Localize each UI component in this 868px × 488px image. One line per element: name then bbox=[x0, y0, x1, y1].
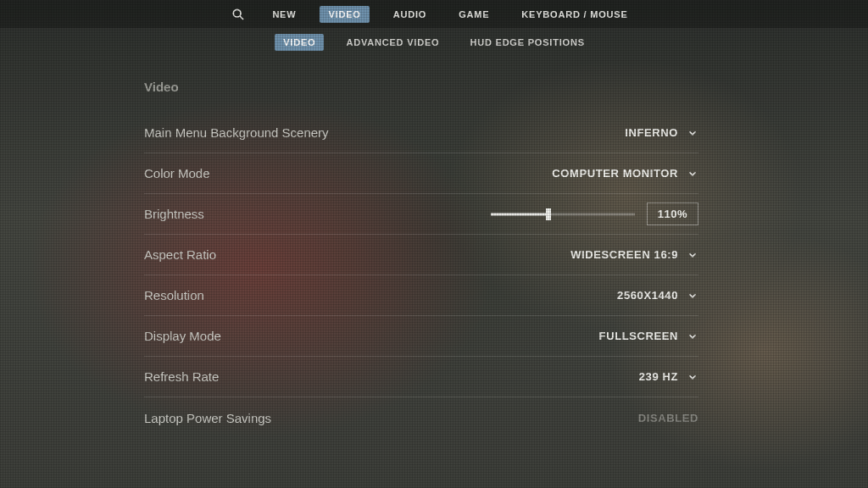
slider-thumb[interactable] bbox=[546, 208, 551, 220]
svg-point-0 bbox=[234, 9, 242, 17]
setting-row-aspect-ratio[interactable]: Aspect Ratio WIDESCREEN 16:9 bbox=[144, 235, 698, 275]
setting-row-brightness: Brightness 110% bbox=[144, 194, 698, 235]
subnav-item-advanced-video[interactable]: ADVANCED VIDEO bbox=[337, 34, 448, 51]
chevron-down-icon bbox=[687, 330, 698, 342]
setting-label: Aspect Ratio bbox=[144, 247, 216, 262]
brightness-value-box[interactable]: 110% bbox=[647, 202, 698, 225]
topnav-item-keyboard[interactable]: KEYBOARD / MOUSE bbox=[513, 6, 636, 23]
setting-row-display-mode[interactable]: Display Mode FULLSCREEN bbox=[144, 316, 698, 357]
setting-label: Laptop Power Savings bbox=[144, 411, 271, 425]
section-title: Video bbox=[144, 80, 698, 94]
slider-fill bbox=[491, 213, 548, 215]
topnav-item-audio[interactable]: AUDIO bbox=[385, 6, 435, 23]
setting-label: Refresh Rate bbox=[144, 369, 219, 384]
setting-row-refresh-rate[interactable]: Refresh Rate 239 HZ bbox=[144, 357, 698, 397]
setting-value: FULLSCREEN bbox=[599, 330, 678, 342]
setting-row-color-mode[interactable]: Color Mode COMPUTER MONITOR bbox=[144, 153, 698, 194]
setting-value: COMPUTER MONITOR bbox=[552, 167, 678, 180]
svg-line-1 bbox=[240, 16, 243, 19]
topnav-item-video[interactable]: VIDEO bbox=[320, 6, 369, 23]
setting-label: Resolution bbox=[144, 288, 204, 302]
search-icon[interactable] bbox=[231, 8, 245, 21]
video-settings-panel: Video Main Menu Background Scenery INFER… bbox=[144, 80, 698, 438]
subnav-item-hud-edge[interactable]: HUD EDGE POSITIONS bbox=[461, 34, 593, 51]
chevron-down-icon bbox=[687, 168, 698, 180]
top-nav: NEW VIDEO AUDIO GAME KEYBOARD / MOUSE bbox=[0, 0, 868, 29]
setting-row-main-menu-background[interactable]: Main Menu Background Scenery INFERNO bbox=[144, 113, 698, 153]
setting-value: WIDESCREEN 16:9 bbox=[570, 248, 678, 261]
setting-value: DISABLED bbox=[638, 412, 698, 424]
setting-label: Main Menu Background Scenery bbox=[144, 125, 329, 140]
chevron-down-icon bbox=[687, 249, 698, 261]
setting-label: Color Mode bbox=[144, 166, 210, 180]
setting-label: Display Mode bbox=[144, 329, 221, 343]
setting-value: 2560X1440 bbox=[617, 289, 678, 302]
setting-value: INFERNO bbox=[625, 126, 678, 139]
topnav-item-game[interactable]: GAME bbox=[450, 6, 498, 23]
chevron-down-icon bbox=[687, 290, 698, 302]
topnav-item-new[interactable]: NEW bbox=[264, 6, 304, 23]
sub-nav: VIDEO ADVANCED VIDEO HUD EDGE POSITIONS bbox=[0, 34, 868, 51]
chevron-down-icon bbox=[687, 371, 698, 383]
setting-label: Brightness bbox=[144, 207, 204, 221]
setting-row-resolution[interactable]: Resolution 2560X1440 bbox=[144, 275, 698, 316]
brightness-slider[interactable] bbox=[491, 208, 635, 221]
chevron-down-icon bbox=[687, 127, 698, 139]
setting-value: 239 HZ bbox=[639, 370, 678, 383]
subnav-item-video[interactable]: VIDEO bbox=[275, 34, 324, 51]
setting-row-laptop-power-savings: Laptop Power Savings DISABLED bbox=[144, 397, 698, 438]
